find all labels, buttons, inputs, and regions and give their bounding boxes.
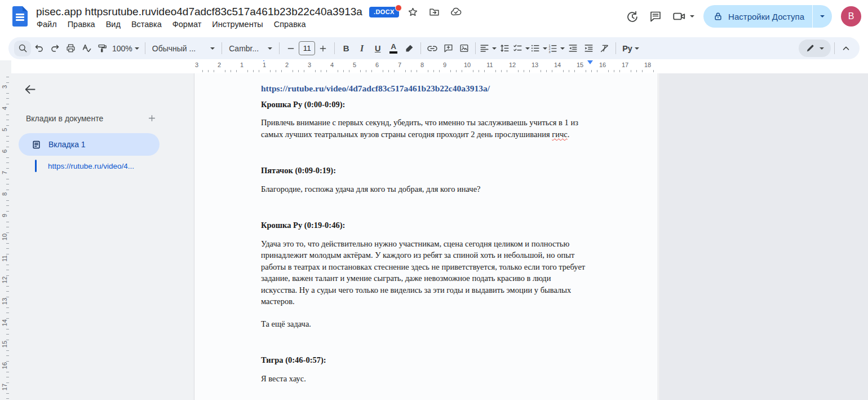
add-tab-button[interactable]: [147, 113, 157, 123]
ruler-tick: [6, 398, 9, 399]
menu-item[interactable]: Вставка: [131, 20, 162, 29]
ruler-tick: [6, 307, 9, 308]
bulleted-list-icon: [530, 43, 541, 54]
ruler-number: 16: [599, 61, 606, 68]
right-indent-marker[interactable]: [587, 64, 593, 73]
ruler-tick: [546, 70, 547, 72]
add-comment-button[interactable]: [440, 41, 456, 56]
zoom-select[interactable]: 100%: [110, 41, 141, 56]
ruler-tick: [433, 70, 434, 72]
checklist-select[interactable]: [512, 41, 530, 56]
ruler-number: 9: [1, 212, 8, 219]
editing-mode-select[interactable]: [799, 39, 831, 57]
style-caret-icon: [210, 47, 215, 50]
font-size-input[interactable]: 11: [299, 41, 315, 55]
highlight-color-button[interactable]: [401, 41, 417, 56]
undo-icon: [34, 43, 45, 54]
checklist-icon: [512, 43, 523, 54]
document-page[interactable]: https://rutube.ru/video/4d7adcf83c517a46…: [194, 73, 658, 400]
font-family-select[interactable]: Cambr...: [225, 41, 276, 56]
menu-item[interactable]: Инструменты: [212, 20, 263, 29]
menu-item[interactable]: Файл: [37, 20, 57, 29]
join-call-button[interactable]: [672, 9, 694, 24]
ruler-tick: [6, 200, 9, 201]
redo-button[interactable]: [47, 41, 63, 56]
ruler-tick: [6, 115, 9, 115]
ruler-number: 7: [398, 61, 401, 68]
docx-format-badge[interactable]: .DOCX: [369, 7, 399, 17]
align-select[interactable]: [479, 41, 497, 56]
paint-format-button[interactable]: [94, 41, 110, 56]
increase-indent-button[interactable]: [581, 41, 596, 56]
ruler-number: 4: [1, 104, 8, 112]
text-color-button[interactable]: A: [386, 41, 401, 56]
tab-outline-item[interactable]: https://rutube.ru/video/4...: [35, 160, 134, 172]
svg-text:3: 3: [549, 50, 551, 54]
print-button[interactable]: [63, 41, 78, 56]
toolbar-divider: [475, 42, 476, 54]
ruler-tick: [202, 70, 203, 72]
ruler-tick: [6, 93, 9, 94]
underline-button[interactable]: U: [370, 41, 386, 56]
version-history-button[interactable]: [625, 9, 639, 24]
bulleted-list-select[interactable]: [530, 41, 547, 56]
menu-item[interactable]: Правка: [68, 20, 95, 29]
vertical-ruler[interactable]: 34567891011121314151617: [0, 60, 11, 400]
clear-formatting-button[interactable]: [596, 41, 612, 56]
google-docs-icon[interactable]: [12, 6, 28, 27]
speaker-line: Тигра (0:46-0:57):: [261, 354, 586, 366]
document-title[interactable]: pisec.app httpsrutube.ruvideo4d7adcf83c5…: [36, 6, 362, 18]
ruler-tick: [614, 70, 614, 72]
italic-button[interactable]: I: [354, 41, 370, 56]
input-tools-select[interactable]: Ру: [619, 41, 642, 56]
insert-link-button[interactable]: [424, 41, 440, 56]
font-family-value: Cambr...: [229, 44, 259, 53]
paragraph-style-select[interactable]: Обычный ...: [149, 41, 218, 56]
search-menus-button[interactable]: [14, 41, 31, 56]
move-folder-button[interactable]: [427, 5, 442, 19]
comments-button[interactable]: [648, 9, 663, 24]
decrease-indent-button[interactable]: [565, 41, 581, 56]
share-options-button[interactable]: [813, 15, 832, 17]
ruler-tick: [6, 77, 9, 77]
star-button[interactable]: [406, 5, 420, 19]
line-spacing-button[interactable]: [497, 41, 512, 56]
decrease-font-size-button[interactable]: [283, 41, 299, 56]
avatar[interactable]: B: [841, 6, 861, 27]
insert-image-button[interactable]: [456, 41, 472, 56]
ruler-tick: [473, 70, 473, 72]
horizontal-ruler[interactable]: 321123456789101112131415161718: [186, 60, 868, 73]
speech-block: Крошка Ру (0:00-0:09): Привлечь внимание…: [261, 99, 586, 140]
ruler-tick: [608, 70, 609, 72]
ruler-number: 14: [1, 319, 8, 327]
share-button-group: Настройки Доступа: [703, 5, 832, 28]
doc-heading-link[interactable]: https://rutube.ru/video/4d7adcf83c517a46…: [261, 83, 586, 95]
cloud-save-status[interactable]: [449, 5, 463, 19]
bold-button[interactable]: B: [338, 41, 354, 56]
ruler-tick: [6, 222, 9, 222]
tab-document-icon: [32, 140, 41, 150]
menu-item[interactable]: Вид: [106, 20, 121, 29]
menu-bar: ФайлПравкаВидВставкаФорматИнструментыСпр…: [37, 20, 306, 29]
menu-item[interactable]: Справка: [274, 20, 306, 29]
close-tabs-panel-button[interactable]: [23, 82, 37, 96]
spellcheck-button[interactable]: [78, 41, 94, 56]
speech-block: Пятачок (0:09-0:19): Благородие, госпожа…: [261, 165, 586, 195]
ruler-tick: [6, 270, 9, 270]
hide-menus-button[interactable]: [838, 41, 854, 56]
ruler-tick: [6, 141, 9, 142]
numbered-list-select[interactable]: 123: [547, 41, 565, 56]
chevron-up-icon: [841, 43, 851, 54]
menu-item[interactable]: Формат: [172, 20, 202, 29]
share-button[interactable]: Настройки Доступа: [703, 11, 812, 21]
ruler-number: 11: [486, 61, 493, 68]
text-color-icon: A: [389, 43, 397, 54]
ruler-number: 5: [353, 61, 356, 68]
share-caret-icon: [820, 15, 825, 17]
undo-button[interactable]: [31, 41, 47, 56]
increase-font-size-button[interactable]: [315, 41, 331, 56]
ruler-number: 17: [622, 61, 628, 68]
notification-dot: [395, 5, 402, 11]
ruler-tick: [6, 355, 9, 356]
sidebar-tab-item[interactable]: Вкладка 1: [19, 133, 160, 156]
